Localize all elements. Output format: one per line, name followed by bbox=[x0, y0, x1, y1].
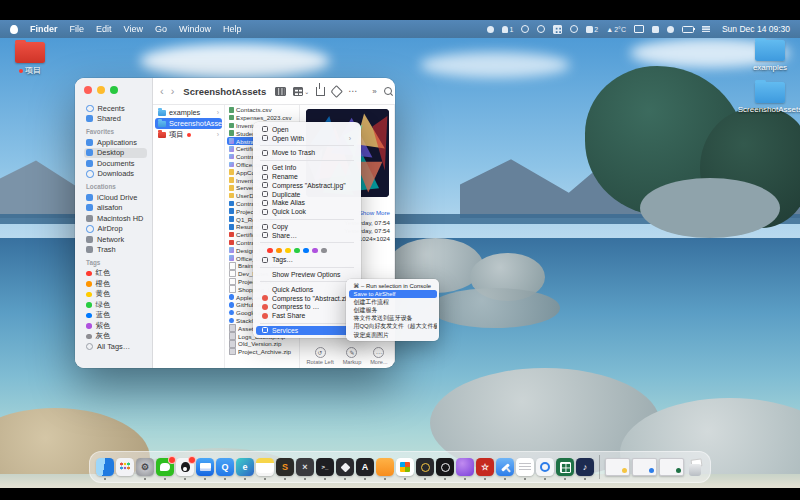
sidebar-item-all-tags-[interactable]: All Tags… bbox=[84, 342, 147, 353]
share-icon[interactable] bbox=[316, 87, 325, 96]
menu-item-fast-share[interactable]: Fast Share bbox=[256, 311, 358, 320]
menu-item-move-to-trash[interactable]: Move to Trash bbox=[256, 149, 358, 158]
folder-row--[interactable]: 项目› bbox=[155, 129, 222, 140]
menu-item-tags[interactable]: Tags… bbox=[256, 255, 358, 264]
sidebar-item-network[interactable]: Network bbox=[84, 234, 147, 245]
time-machine-icon[interactable] bbox=[570, 25, 578, 33]
menu-item-compress-to[interactable]: Compress to … bbox=[256, 302, 358, 311]
input-source-icon[interactable] bbox=[553, 25, 562, 34]
menu-item-compress-to-abstract-zip[interactable]: Compress to "Abstract.zip" bbox=[256, 294, 358, 303]
menu-item-services[interactable]: Services› bbox=[256, 326, 358, 335]
sidebar-item-downloads[interactable]: Downloads bbox=[84, 169, 147, 180]
quicktime-app[interactable] bbox=[536, 458, 554, 476]
file-row[interactable]: Contacts.csv bbox=[227, 106, 297, 114]
tag-color-dot[interactable] bbox=[267, 248, 273, 254]
list-status-icon[interactable] bbox=[702, 26, 710, 32]
sidebar-item--[interactable]: 黄色 bbox=[84, 289, 147, 300]
rotate-left-button[interactable]: ↺Rotate Left bbox=[306, 347, 333, 366]
sidebar-item--[interactable]: 蓝色 bbox=[84, 310, 147, 321]
file-row[interactable]: Project_Archive.zip bbox=[227, 348, 297, 356]
menu-view[interactable]: View bbox=[124, 24, 143, 34]
sidebar-item-trash[interactable]: Trash bbox=[84, 245, 147, 256]
menu-item-make-alias[interactable]: Make Alias bbox=[256, 199, 358, 208]
edge-browser-app[interactable]: e bbox=[236, 458, 254, 476]
xcode-app[interactable] bbox=[496, 458, 514, 476]
tag-color-dot[interactable] bbox=[294, 248, 300, 254]
display-status-icon[interactable] bbox=[634, 25, 644, 33]
tag-color-dot[interactable] bbox=[285, 248, 291, 254]
a-editor-app[interactable]: A bbox=[356, 458, 374, 476]
service-item-run-selection-in-console[interactable]: ⌘ – Run selection in Console bbox=[349, 282, 437, 290]
sync-status-icon[interactable] bbox=[521, 25, 529, 33]
minimize-button[interactable] bbox=[97, 86, 105, 94]
sidebar-item--[interactable]: 橙色 bbox=[84, 279, 147, 290]
file-row[interactable]: Expenses_2023.csv bbox=[227, 114, 297, 122]
sidebar-item-applications[interactable]: Applications bbox=[84, 137, 147, 148]
menu-bar-clock[interactable]: Sun Dec 14 09:30 bbox=[722, 24, 790, 34]
sidebar-item-documents[interactable]: Documents bbox=[84, 158, 147, 169]
column-view-icon[interactable] bbox=[275, 87, 286, 96]
record-app[interactable] bbox=[436, 458, 454, 476]
chat-status-icon[interactable] bbox=[667, 26, 674, 33]
music-app[interactable]: ♪ bbox=[576, 458, 594, 476]
document-thumb[interactable] bbox=[605, 458, 630, 476]
terminal-app[interactable]: >_ bbox=[316, 458, 334, 476]
sidebar-item-macintosh-hd[interactable]: Macintosh HD bbox=[84, 213, 147, 224]
file-row[interactable]: Old_Version.zip bbox=[227, 340, 297, 348]
sidebar-item-icloud-drive[interactable]: iCloud Drive bbox=[84, 192, 147, 203]
sidebar-item-desktop[interactable]: Desktop bbox=[84, 148, 147, 159]
menu-item-quick-actions[interactable]: Quick Actions› bbox=[256, 285, 358, 294]
apple-menu-icon[interactable] bbox=[10, 25, 18, 34]
menu-finder[interactable]: Finder bbox=[30, 24, 58, 34]
tag-color-dot[interactable] bbox=[276, 248, 282, 254]
toolbar-overflow-icon[interactable]: » bbox=[372, 87, 376, 96]
tag-color-dot[interactable] bbox=[303, 248, 309, 254]
chat-app[interactable]: Q bbox=[216, 458, 234, 476]
user-status-icon[interactable]: 1 bbox=[502, 26, 513, 33]
menu-item-share[interactable]: Share… bbox=[256, 231, 358, 240]
sidebar-item-recents[interactable]: Recents bbox=[84, 103, 147, 114]
window-thumb[interactable] bbox=[632, 458, 657, 476]
sidebar-item-airdrop[interactable]: AirDrop bbox=[84, 224, 147, 235]
launchpad-app[interactable] bbox=[116, 458, 134, 476]
finder-app[interactable] bbox=[96, 458, 114, 476]
menu-item-open[interactable]: Open bbox=[256, 125, 358, 134]
menu-item-copy[interactable]: Copy bbox=[256, 222, 358, 231]
sidebar-item-alisafon[interactable]: alisafon bbox=[84, 203, 147, 214]
forward-button[interactable]: › bbox=[171, 86, 175, 97]
textedit-app[interactable] bbox=[516, 458, 534, 476]
sublime-text-app[interactable]: S bbox=[276, 458, 294, 476]
purple-app[interactable] bbox=[456, 458, 474, 476]
sidebar-item--[interactable]: 绿色 bbox=[84, 300, 147, 311]
keys-status-icon[interactable]: 2 bbox=[586, 26, 598, 33]
window-thumb[interactable] bbox=[659, 458, 684, 476]
back-button[interactable]: ‹ bbox=[160, 86, 164, 97]
excel-app[interactable] bbox=[556, 458, 574, 476]
tag-color-picker[interactable] bbox=[253, 246, 361, 256]
menu-go[interactable]: Go bbox=[155, 24, 167, 34]
desktop-folder-screenshotassets[interactable]: ScreenshotAssets bbox=[742, 82, 798, 114]
folder-row-examples[interactable]: examples› bbox=[155, 107, 222, 118]
tag-icon[interactable] bbox=[332, 87, 341, 96]
service-item-创建服务[interactable]: 创建服务 bbox=[349, 306, 437, 314]
microsoft-app[interactable] bbox=[396, 458, 414, 476]
menu-item-duplicate[interactable]: Duplicate bbox=[256, 190, 358, 199]
battery-status-icon[interactable] bbox=[682, 26, 694, 33]
menu-item-show-preview-options[interactable]: Show Preview Options bbox=[256, 270, 358, 279]
trash[interactable] bbox=[686, 458, 704, 476]
service-item-将文件发送到蓝牙设备[interactable]: 将文件发送到蓝牙设备 bbox=[349, 314, 437, 322]
close-button[interactable] bbox=[84, 86, 92, 94]
sidebar-item--[interactable]: 紫色 bbox=[84, 321, 147, 332]
weather-status-icon[interactable]: ▲2°C bbox=[606, 26, 626, 33]
qq-app[interactable] bbox=[176, 458, 194, 476]
desktop-folder-examples[interactable]: examples bbox=[742, 40, 798, 72]
service-item-设定桌面图片[interactable]: 设定桌面图片 bbox=[349, 331, 437, 339]
cube-app[interactable] bbox=[336, 458, 354, 476]
orange-app[interactable] bbox=[376, 458, 394, 476]
notes-app[interactable] bbox=[256, 458, 274, 476]
tag-color-dot[interactable] bbox=[312, 248, 318, 254]
menu-edit[interactable]: Edit bbox=[96, 24, 112, 34]
folder-row-ScreenshotAssets[interactable]: ScreenshotAssets› bbox=[155, 118, 222, 129]
search-icon[interactable] bbox=[384, 87, 392, 95]
more-button[interactable]: ⋯More... bbox=[370, 347, 387, 366]
